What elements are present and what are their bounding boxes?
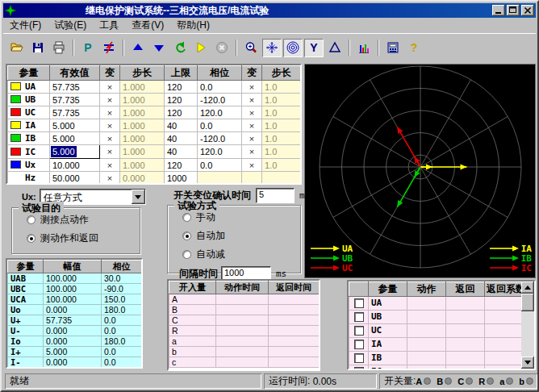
radio-on[interactable] — [27, 234, 36, 243]
vary-flag-cell[interactable]: × — [242, 132, 262, 145]
confirm-time-input[interactable]: 5 — [256, 188, 295, 203]
step-cell[interactable] — [262, 172, 301, 185]
save-button[interactable] — [28, 39, 48, 57]
vector-delta-view-button[interactable] — [325, 39, 345, 57]
vary-flag-cell[interactable] — [242, 172, 262, 185]
value-cell[interactable]: 57.735 — [50, 81, 100, 94]
channel-checkbox[interactable] — [354, 326, 364, 336]
limit-cell[interactable]: 40 — [165, 132, 198, 145]
polar-view-button[interactable] — [283, 39, 303, 57]
vary-flag-cell[interactable]: × — [242, 159, 262, 172]
start-button[interactable] — [191, 39, 211, 57]
channel-checkbox[interactable] — [354, 312, 364, 322]
radio-off[interactable] — [182, 250, 191, 259]
menu-item-view[interactable]: 查看(V) — [125, 17, 170, 34]
waveform-button[interactable] — [99, 39, 119, 57]
value-cell[interactable]: 5.000 — [50, 145, 100, 159]
phase-cell[interactable]: 0.0 — [198, 159, 242, 172]
vary-flag-cell[interactable]: × — [100, 132, 120, 145]
step-cell[interactable]: 1.000 — [120, 132, 165, 145]
vertical-scrollbar[interactable] — [521, 281, 534, 369]
radio-option-mode-2[interactable]: 自动减 — [182, 248, 300, 261]
channel-checkbox[interactable] — [354, 367, 364, 369]
vary-flag-cell[interactable]: × — [100, 81, 120, 94]
reset-button[interactable] — [170, 39, 190, 57]
menu-item-help[interactable]: 帮助(H) — [170, 17, 216, 34]
step-cell[interactable]: 1.0 — [262, 106, 301, 119]
limit-cell[interactable]: 120 — [165, 106, 198, 119]
vary-flag-cell[interactable]: × — [242, 145, 262, 159]
radio-on[interactable] — [182, 231, 191, 240]
menu-item-file[interactable]: 文件(F) — [3, 17, 48, 34]
phase-cell[interactable]: 120.0 — [198, 145, 242, 159]
decrease-button[interactable] — [149, 39, 169, 57]
vary-flag-cell[interactable]: × — [100, 145, 120, 159]
print-button[interactable] — [49, 39, 69, 57]
step-cell[interactable]: 1.0 — [262, 81, 301, 94]
pause-output-button[interactable]: P — [78, 39, 98, 57]
minimize-button[interactable] — [492, 5, 505, 16]
step-cell[interactable]: 1.0 — [262, 94, 301, 106]
value-cell[interactable]: 50.000 — [50, 172, 100, 185]
step-cell[interactable]: 1.000 — [120, 106, 165, 119]
vary-flag-cell[interactable]: × — [100, 159, 120, 172]
limit-cell[interactable]: 120 — [165, 94, 198, 106]
phase-cell[interactable]: 120.0 — [198, 106, 242, 119]
scroll-thumb[interactable] — [521, 294, 534, 311]
limit-cell[interactable]: 40 — [165, 119, 198, 132]
vary-flag-cell[interactable]: × — [242, 106, 262, 119]
menu-item-tools[interactable]: 工具 — [93, 17, 125, 34]
limit-cell[interactable]: 40 — [165, 145, 198, 159]
vary-flag-cell[interactable]: × — [100, 119, 120, 132]
value-cell[interactable]: 5.000 — [50, 132, 100, 145]
maximize-button[interactable] — [507, 5, 520, 16]
channel-checkbox[interactable] — [354, 298, 364, 308]
close-button[interactable] — [521, 5, 534, 16]
phase-cell[interactable]: 0.0 — [198, 119, 242, 132]
radio-off[interactable] — [182, 213, 191, 222]
phase-cell[interactable]: 0.0 — [198, 81, 242, 94]
increase-button[interactable] — [128, 39, 148, 57]
step-cell[interactable]: 1.000 — [120, 159, 165, 172]
step-cell[interactable]: 0.000 — [120, 172, 165, 185]
vary-flag-cell[interactable]: × — [242, 81, 262, 94]
stop-button[interactable] — [212, 39, 232, 57]
step-cell[interactable]: 1.0 — [262, 119, 301, 132]
scroll-up-button[interactable] — [521, 281, 534, 294]
value-cell[interactable]: 5.000 — [50, 119, 100, 132]
limit-cell[interactable]: 120 — [165, 81, 198, 94]
step-cell[interactable]: 1.0 — [262, 145, 301, 159]
zoom-button[interactable] — [241, 39, 261, 57]
channel-checkbox[interactable] — [354, 340, 364, 349]
phase-cell[interactable]: -120.0 — [198, 132, 242, 145]
vary-flag-cell[interactable]: × — [242, 94, 262, 106]
step-cell[interactable]: 1.000 — [120, 119, 165, 132]
menu-item-test[interactable]: 试验(E) — [48, 17, 93, 34]
step-cell[interactable]: 1.000 — [120, 145, 165, 159]
calculator-button[interactable] — [383, 39, 403, 57]
step-cell[interactable]: 1.0 — [262, 132, 301, 145]
combo-dropdown-button[interactable] — [132, 190, 145, 204]
axes-view-button[interactable] — [262, 39, 282, 57]
radio-off[interactable] — [27, 215, 36, 224]
limit-cell[interactable]: 120 — [165, 159, 198, 172]
value-cell[interactable]: 10.000 — [50, 159, 100, 172]
open-file-button[interactable] — [7, 39, 27, 57]
phase-cell[interactable] — [198, 172, 242, 185]
vary-flag-cell[interactable]: × — [242, 119, 262, 132]
value-cell[interactable]: 57.735 — [50, 94, 100, 106]
help-button[interactable]: ? — [404, 39, 424, 57]
radio-option-mode-1[interactable]: 自动加 — [182, 229, 300, 243]
vary-flag-cell[interactable]: × — [100, 106, 120, 119]
vector-y-view-button[interactable]: Y — [304, 39, 324, 57]
step-cell[interactable]: 1.000 — [120, 94, 165, 106]
vary-flag-cell[interactable]: × — [100, 94, 120, 106]
bar-graph-button[interactable] — [354, 39, 374, 57]
radio-option-purpose-1[interactable]: 测动作和返回 — [27, 231, 140, 245]
scroll-down-button[interactable] — [521, 357, 534, 369]
value-cell[interactable]: 57.735 — [50, 106, 100, 119]
phase-cell[interactable]: -120.0 — [198, 94, 242, 106]
step-cell[interactable]: 1.000 — [120, 81, 165, 94]
limit-cell[interactable]: 1000 — [165, 172, 198, 185]
vary-flag-cell[interactable]: × — [100, 172, 120, 185]
